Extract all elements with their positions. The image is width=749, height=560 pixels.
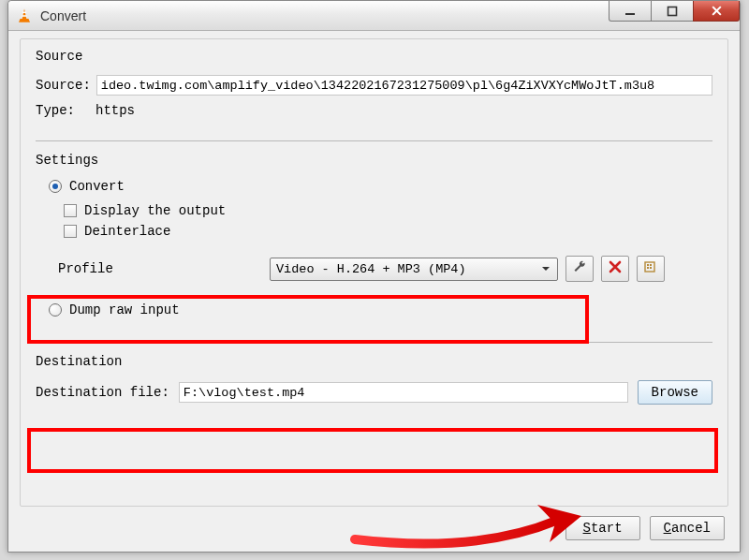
new-profile-button[interactable] [637, 256, 665, 282]
destination-file-label: Destination file: [36, 385, 169, 400]
settings-group: Settings Convert Display the output Dein… [36, 153, 712, 343]
source-legend: Source [36, 49, 712, 64]
chevron-down-icon [536, 260, 555, 278]
checkbox-display-output[interactable] [64, 204, 77, 217]
display-output-label: Display the output [84, 203, 226, 218]
convert-radio-row[interactable]: Convert [49, 179, 712, 194]
radio-convert[interactable] [49, 180, 62, 193]
source-label: Source: [36, 78, 91, 93]
svg-rect-8 [650, 267, 652, 269]
edit-profile-button[interactable] [565, 256, 594, 282]
destination-legend: Destination [36, 354, 712, 369]
source-group: Source Source: Type: https [36, 49, 712, 141]
profile-row: Profile Video - H.264 + MP3 (MP4) [36, 256, 712, 282]
cancel-button[interactable]: Cancel [650, 516, 725, 540]
svg-rect-5 [647, 264, 649, 266]
source-input[interactable] [96, 75, 712, 96]
new-profile-icon [643, 259, 658, 278]
cancel-button-label: Cancel [664, 521, 711, 536]
close-button[interactable] [693, 1, 740, 22]
svg-rect-6 [650, 264, 652, 266]
x-red-icon [608, 259, 623, 278]
profile-selected-value: Video - H.264 + MP3 (MP4) [276, 262, 466, 276]
delete-profile-button[interactable] [601, 256, 629, 282]
deinterlace-label: Deinterlace [84, 224, 170, 239]
browse-button-label: Browse [652, 385, 698, 400]
destination-group: Destination Destination file: Browse [36, 354, 712, 408]
profile-label: Profile [36, 261, 270, 276]
vlc-cone-icon [16, 7, 33, 24]
checkbox-deinterlace[interactable] [64, 225, 77, 238]
minimize-button[interactable] [609, 1, 652, 22]
maximize-button[interactable] [651, 1, 694, 22]
svg-rect-3 [668, 7, 677, 15]
radio-dump-raw[interactable] [49, 303, 62, 317]
start-button-label: Start [583, 521, 623, 536]
type-label: Type: [36, 103, 75, 118]
titlebar[interactable]: Convert [8, 1, 740, 31]
dialog-content: Source Source: Type: https Settings Conv… [20, 38, 728, 507]
wrench-icon [572, 259, 587, 278]
settings-legend: Settings [36, 153, 712, 168]
convert-radio-label: Convert [69, 179, 125, 194]
browse-button[interactable]: Browse [638, 380, 712, 405]
svg-rect-1 [22, 15, 26, 17]
destination-file-input[interactable] [179, 382, 628, 403]
deinterlace-row[interactable]: Deinterlace [64, 224, 712, 239]
profile-dropdown[interactable]: Video - H.264 + MP3 (MP4) [270, 258, 558, 281]
svg-rect-7 [647, 267, 649, 269]
start-button[interactable]: Start [565, 516, 640, 540]
dump-raw-label: Dump raw input [69, 302, 180, 317]
window-title: Convert [40, 8, 86, 23]
dialog-footer: Start Cancel [556, 516, 725, 540]
window-buttons [609, 1, 740, 22]
svg-rect-0 [22, 11, 26, 13]
svg-rect-2 [625, 13, 635, 15]
convert-dialog: Convert Source Source: Type: https [7, 0, 741, 553]
type-value: https [95, 103, 135, 118]
dump-raw-row[interactable]: Dump raw input [49, 302, 712, 317]
display-output-row[interactable]: Display the output [64, 203, 712, 218]
